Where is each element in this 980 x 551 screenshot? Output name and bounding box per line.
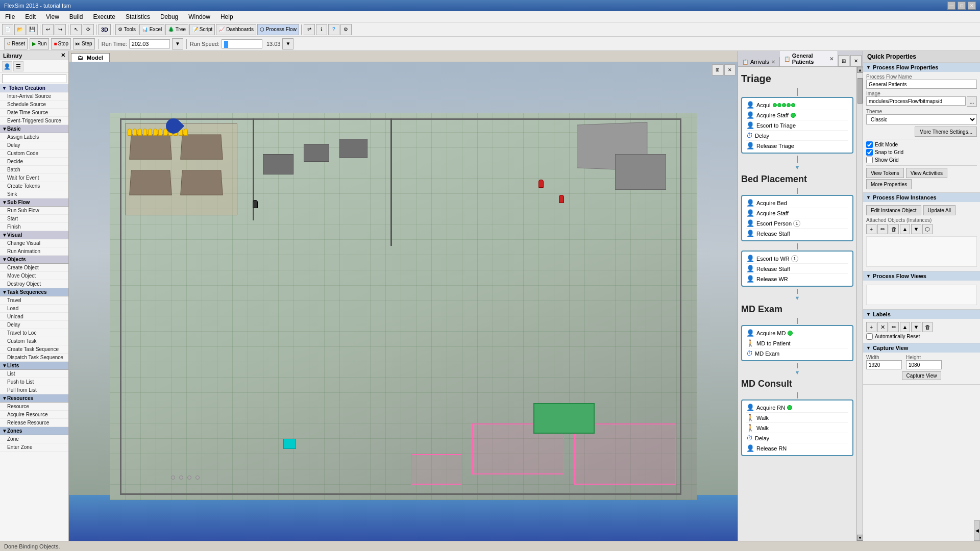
menu-view[interactable]: View <box>41 12 64 21</box>
pf-node-acquire-staff[interactable]: 👤 Acqui <box>746 100 848 110</box>
lib-item-enter-zone[interactable]: Enter Zone <box>0 443 68 452</box>
instance-add-btn[interactable]: + <box>866 224 876 234</box>
lib-category-sub-flow[interactable]: ▼ Sub Flow <box>0 198 68 207</box>
pf-node-release-staff-bp[interactable]: 👤 Release Staff <box>746 229 848 238</box>
maximize-button[interactable]: □ <box>958 2 966 10</box>
pf-node-acquire-bed[interactable]: 👤 Acquire Bed <box>746 198 848 208</box>
instance-delete-btn[interactable]: 🗑 <box>889 224 899 234</box>
instance-edit-btn[interactable]: ✏ <box>877 224 888 234</box>
label-delete-btn[interactable]: ✕ <box>877 322 888 332</box>
more-properties-btn[interactable]: More Properties <box>866 179 912 189</box>
pf-node-md-to-patient[interactable]: 🚶 MD to Patient <box>746 338 848 348</box>
pf-panel-close[interactable]: ✕ <box>850 55 862 66</box>
label-delete2-btn[interactable]: 🗑 <box>922 322 933 332</box>
menu-build[interactable]: Build <box>64 12 88 21</box>
lib-category-task-sequences[interactable]: ▼ Task Sequences <box>0 288 68 296</box>
tools-button[interactable]: ⚙ Tools <box>115 24 138 35</box>
rotate-button[interactable]: ⟳ <box>83 24 94 35</box>
lib-list-icon[interactable]: ☰ <box>13 61 23 71</box>
menu-file[interactable]: File <box>0 12 20 21</box>
view-activities-btn[interactable]: View Activities <box>906 168 947 178</box>
pf-tab-arrivals[interactable]: 📋 Arrivals ✕ <box>738 57 780 66</box>
arrivals-tab-close[interactable]: ✕ <box>771 59 775 65</box>
lib-category-basic[interactable]: ▼ Basic <box>0 125 68 133</box>
excel-button[interactable]: 📊 Excel <box>139 24 164 35</box>
lib-item-finish[interactable]: Finish <box>0 223 68 231</box>
edit-mode-checkbox[interactable] <box>866 141 873 148</box>
menu-edit[interactable]: Edit <box>20 12 41 21</box>
lib-item-pull-from-list[interactable]: Pull from List <box>0 386 68 394</box>
script-button[interactable]: 📝 Script <box>189 24 215 35</box>
label-edit-btn[interactable]: ✏ <box>889 322 899 332</box>
open-button[interactable]: 📂 <box>14 24 26 35</box>
pf-node-release-wr[interactable]: 👤 Release WR <box>746 274 848 284</box>
capture-height-input[interactable] <box>906 360 942 369</box>
lib-item-travel-to-loc[interactable]: Travel to Loc <box>0 329 68 337</box>
view-tokens-btn[interactable]: View Tokens <box>866 168 904 178</box>
pf-node-md-exam[interactable]: ⏱ MD Exam <box>746 348 848 358</box>
processflow-button[interactable]: ⬡ Process Flow <box>257 24 299 35</box>
lib-category-token-creation[interactable]: ▼ Token Creation <box>0 84 68 92</box>
gp-tab-close[interactable]: ✕ <box>829 56 834 62</box>
menu-execute[interactable]: Execute <box>88 12 120 21</box>
lib-item-wait-for-event[interactable]: Wait for Event <box>0 174 68 182</box>
library-search-input[interactable] <box>2 74 66 83</box>
settings-btn[interactable]: ⚙ <box>340 24 352 35</box>
undo-button[interactable]: ↩ <box>42 24 54 35</box>
run-time-dropdown[interactable]: ▼ <box>172 38 183 49</box>
pf-node-acquire-rn[interactable]: 👤 Acquire RN <box>746 403 848 413</box>
lib-item-release-resource[interactable]: Release Resource <box>0 419 68 427</box>
dashboards-button[interactable]: 📈 Dashboards <box>216 24 256 35</box>
lib-item-create-tokens[interactable]: Create Tokens <box>0 182 68 190</box>
collapse-right-panel[interactable]: ◀ <box>974 520 980 541</box>
capture-header[interactable]: ▼ Capture View <box>863 343 980 353</box>
instance-open-pf-btn[interactable]: ⬡ <box>922 224 933 234</box>
lib-item-push-to-list[interactable]: Push to List <box>0 378 68 386</box>
pf-theme-select[interactable]: Classic <box>866 114 977 124</box>
pf-scroll-thumb[interactable] <box>857 78 863 104</box>
pf-node-escort-wr[interactable]: 👤 Escort to WR 1 <box>746 254 848 264</box>
lib-item-batch[interactable]: Batch <box>0 166 68 174</box>
lib-item-custom-code[interactable]: Custom Code <box>0 149 68 158</box>
lib-item-acquire-resource[interactable]: Acquire Resource <box>0 411 68 419</box>
tree-button[interactable]: 🌲 Tree <box>165 24 188 35</box>
info-button[interactable]: ℹ <box>316 24 327 35</box>
lib-category-objects[interactable]: ▼ Objects <box>0 256 68 264</box>
labels-header[interactable]: ▼ Labels <box>863 310 980 319</box>
lib-item-destroy-object[interactable]: Destroy Object <box>0 280 68 288</box>
lib-item-decide[interactable]: Decide <box>0 158 68 166</box>
lib-category-visual[interactable]: ▼ Visual <box>0 231 68 239</box>
lib-item-change-visual[interactable]: Change Visual <box>0 239 68 247</box>
instance-move-down-btn[interactable]: ▼ <box>911 224 921 234</box>
pf-node-release-rn[interactable]: 👤 Release RN <box>746 443 848 453</box>
pf-scroll-up[interactable]: ▲ <box>857 67 863 73</box>
lib-item-run-sub-flow[interactable]: Run Sub Flow <box>0 207 68 215</box>
close-button[interactable]: ✕ <box>968 2 976 10</box>
pf-node-delay-consult[interactable]: ⏱ Delay <box>746 433 848 443</box>
reset-button[interactable]: ↺ Reset <box>4 38 28 49</box>
lib-item-list[interactable]: List <box>0 370 68 378</box>
lib-item-schedule-source[interactable]: Schedule Source <box>0 101 68 109</box>
viewport-close[interactable]: ✕ <box>724 64 736 76</box>
model-tab[interactable]: 🗂 Model <box>71 53 110 62</box>
pf-props-header[interactable]: ▼ Process Flow Properties <box>863 63 980 72</box>
lib-item-inter-arrival-source[interactable]: Inter-Arrival Source <box>0 92 68 101</box>
viewport[interactable]: ⊞ ✕ <box>69 62 738 541</box>
pf-node-escort-triage[interactable]: 👤 Escort to Triage <box>746 120 848 131</box>
pf-node-delay[interactable]: ⏱ Delay <box>746 131 848 141</box>
lib-item-sink[interactable]: Sink <box>0 190 68 198</box>
lib-person-icon[interactable]: 👤 <box>2 61 12 71</box>
views-header[interactable]: ▼ Process Flow Views <box>863 271 980 281</box>
lib-item-datetime-source[interactable]: Date Time Source <box>0 109 68 117</box>
lib-category-lists[interactable]: ▼ Lists <box>0 362 68 370</box>
speed-slider[interactable] <box>222 39 262 48</box>
stop-button[interactable]: ■ Stop <box>51 38 71 49</box>
lib-item-start[interactable]: Start <box>0 215 68 223</box>
pf-scroll-down[interactable]: ▼ <box>857 535 863 541</box>
pointer-button[interactable]: ↖ <box>70 24 82 35</box>
run-button[interactable]: ▶ Run <box>30 38 49 49</box>
minimize-button[interactable]: — <box>947 2 955 10</box>
lib-item-assign-labels[interactable]: Assign Labels <box>0 133 68 141</box>
pf-node-acquire-staff-2[interactable]: 👤 Acquire Staff <box>746 110 848 120</box>
menu-help[interactable]: Help <box>215 12 238 21</box>
